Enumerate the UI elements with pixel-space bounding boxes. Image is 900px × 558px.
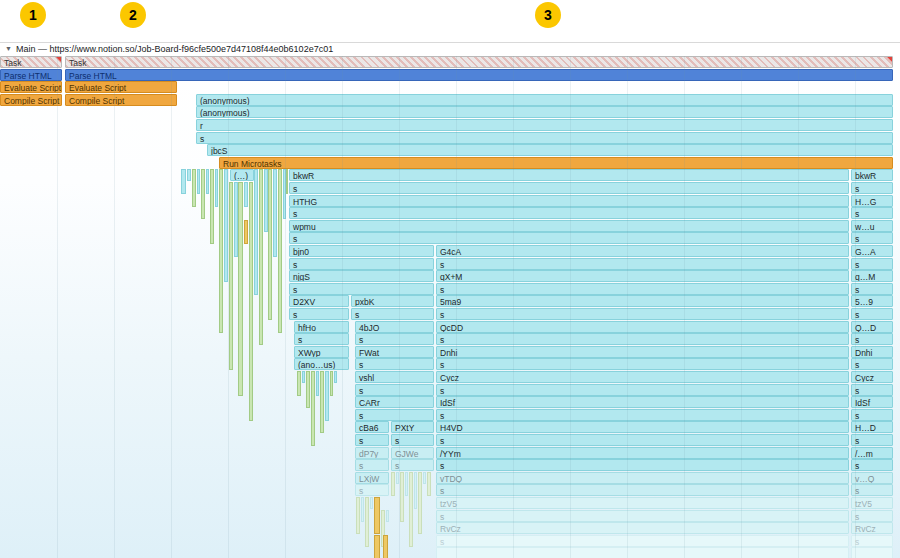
- flame-microbar[interactable]: [238, 182, 243, 396]
- flame-microbar[interactable]: [374, 535, 380, 558]
- flame-bar[interactable]: XWyp: [294, 346, 349, 358]
- flame-bar[interactable]: H…G: [851, 195, 893, 207]
- flame-bar[interactable]: bjn0: [289, 245, 434, 257]
- flame-bar[interactable]: s: [851, 283, 893, 295]
- flame-microbar[interactable]: [210, 169, 214, 244]
- flame-bar[interactable]: s: [851, 358, 893, 370]
- flame-bar[interactable]: 5ma9: [436, 295, 849, 307]
- flame-microbar[interactable]: [215, 169, 218, 206]
- flame-bar[interactable]: Task: [65, 56, 893, 68]
- flame-bar[interactable]: (…): [230, 169, 254, 181]
- flame-microbar[interactable]: [356, 497, 360, 534]
- flame-bar[interactable]: Dnhi: [851, 346, 893, 358]
- flame-microbar[interactable]: [370, 497, 373, 509]
- flame-microbar[interactable]: [361, 497, 364, 522]
- flame-bar[interactable]: s: [851, 333, 893, 345]
- flame-microbar[interactable]: [268, 169, 272, 320]
- flame-bar[interactable]: hfHo: [294, 321, 349, 333]
- main-track-header[interactable]: ▼Main — https://www.notion.so/Job-Board-…: [0, 42, 900, 56]
- flame-bar[interactable]: (ano…us): [294, 358, 349, 370]
- flame-bar[interactable]: IdSf: [851, 396, 893, 408]
- flame-bar[interactable]: [851, 547, 893, 558]
- flame-bar[interactable]: RvCz: [436, 522, 849, 534]
- flame-microbar[interactable]: [330, 371, 333, 396]
- flame-bar[interactable]: QcDD: [436, 321, 849, 333]
- flame-bar[interactable]: v…Q: [851, 472, 893, 484]
- flame-bar[interactable]: njgS: [289, 270, 434, 282]
- flame-bar[interactable]: cBa6: [355, 421, 389, 433]
- flame-bar[interactable]: qX+M: [436, 270, 849, 282]
- flame-bar[interactable]: RvCz: [851, 522, 893, 534]
- flame-microbar[interactable]: [254, 169, 258, 294]
- flame-bar[interactable]: Task: [0, 56, 62, 68]
- flame-bar[interactable]: q…M: [851, 270, 893, 282]
- flame-bar[interactable]: (anonymous): [196, 106, 893, 118]
- flame-bar[interactable]: s: [851, 384, 893, 396]
- flame-microbar[interactable]: [306, 371, 310, 408]
- flame-microbar[interactable]: [187, 169, 191, 181]
- flame-microbar[interactable]: [244, 220, 248, 245]
- flame-bar[interactable]: s: [355, 358, 434, 370]
- flame-bar[interactable]: bkwR: [851, 169, 893, 181]
- flame-microbar[interactable]: [249, 182, 253, 421]
- flame-bar[interactable]: /…m: [851, 447, 893, 459]
- flame-bar[interactable]: Evaluate Script: [0, 81, 62, 93]
- flame-microbar[interactable]: [197, 169, 200, 194]
- flame-bar[interactable]: s: [294, 333, 349, 345]
- flame-microbar[interactable]: [302, 371, 305, 383]
- flame-bar[interactable]: Dnhi: [436, 346, 849, 358]
- flame-bar[interactable]: s: [289, 207, 849, 219]
- flame-bar[interactable]: 4bJO: [355, 321, 434, 333]
- flame-microbar[interactable]: [259, 169, 263, 345]
- flame-bar[interactable]: Evaluate Script: [65, 81, 177, 93]
- flame-microbar[interactable]: [414, 472, 417, 509]
- flame-bar[interactable]: s: [436, 308, 849, 320]
- flame-bar[interactable]: LXjW: [355, 472, 389, 484]
- flame-microbar[interactable]: [192, 169, 196, 206]
- flame-bar[interactable]: tzV5: [851, 497, 893, 509]
- flame-bar[interactable]: s: [436, 409, 849, 421]
- flame-bar[interactable]: jbcS: [207, 144, 893, 156]
- flame-bar[interactable]: Parse HTML: [0, 69, 62, 81]
- flame-bar[interactable]: s: [436, 258, 849, 270]
- flame-bar[interactable]: s: [436, 535, 849, 547]
- flame-microbar[interactable]: [244, 182, 248, 207]
- flame-microbar[interactable]: [325, 371, 329, 421]
- flame-bar[interactable]: s: [355, 384, 434, 396]
- flame-bar[interactable]: Q…D: [851, 321, 893, 333]
- flame-bar[interactable]: [436, 547, 849, 558]
- flame-bar[interactable]: 5…9: [851, 295, 893, 307]
- flame-microbar[interactable]: [386, 510, 389, 522]
- flame-microbar[interactable]: [383, 535, 388, 558]
- flame-bar[interactable]: CARr: [355, 396, 434, 408]
- flame-microbar[interactable]: [423, 472, 426, 484]
- flame-bar[interactable]: s: [436, 510, 849, 522]
- flame-bar[interactable]: H4VD: [436, 421, 849, 433]
- flame-bar[interactable]: s: [436, 283, 849, 295]
- flame-bar[interactable]: s: [851, 232, 893, 244]
- flame-bar[interactable]: s: [196, 132, 893, 144]
- flame-microbar[interactable]: [311, 371, 315, 446]
- flame-bar[interactable]: s: [851, 207, 893, 219]
- collapse-chevron-icon[interactable]: ▼: [5, 42, 12, 55]
- flame-bar[interactable]: G…A: [851, 245, 893, 257]
- flame-microbar[interactable]: [418, 472, 422, 534]
- flame-microbar[interactable]: [427, 472, 431, 497]
- flame-microbar[interactable]: [365, 497, 369, 547]
- flame-bar[interactable]: HTHG: [289, 195, 849, 207]
- flame-bar[interactable]: Run Microtasks: [219, 157, 893, 169]
- flame-bar[interactable]: s: [851, 308, 893, 320]
- flame-bar[interactable]: FWat: [355, 346, 434, 358]
- flame-bar[interactable]: s: [391, 459, 434, 471]
- flame-bar[interactable]: PXtY: [391, 421, 434, 433]
- flame-bar[interactable]: Compile Script: [65, 94, 177, 106]
- flame-bar[interactable]: D2XV: [289, 295, 349, 307]
- flame-bar[interactable]: s: [436, 333, 849, 345]
- flame-microbar[interactable]: [297, 371, 301, 396]
- flame-microbar[interactable]: [286, 169, 288, 194]
- flame-bar[interactable]: s: [851, 409, 893, 421]
- flame-bar[interactable]: s: [355, 409, 434, 421]
- flame-bar[interactable]: s: [355, 484, 389, 496]
- flame-bar[interactable]: s: [351, 308, 434, 320]
- flame-bar[interactable]: dP7y: [355, 447, 389, 459]
